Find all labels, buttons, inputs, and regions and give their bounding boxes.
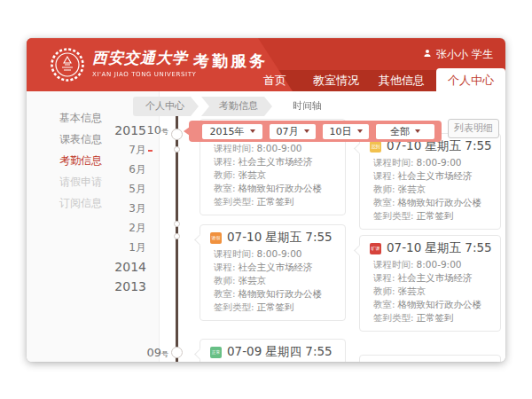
field-value: 8:00-9:00 xyxy=(257,143,302,153)
month-nav-2013[interactable]: 2013 xyxy=(113,277,146,296)
field-label: 教师: xyxy=(373,184,395,194)
field-value: 8:00-9:00 xyxy=(417,157,462,168)
sidebar-item-schedule-info[interactable]: 课表信息 xyxy=(27,129,124,150)
field-label: 课程: xyxy=(214,156,236,167)
breadcrumb-timeline[interactable]: 时间轴 xyxy=(275,97,336,116)
month-nav-2015[interactable]: 2015 xyxy=(113,121,146,140)
field-label: 课程: xyxy=(373,170,395,181)
attendance-card[interactable]: 旷课 07-10 星期五 7:55 课程时间:8:00-9:00 课程:社会主义… xyxy=(359,235,501,332)
attendance-date: 07-09 星期四 7:55 xyxy=(227,344,332,360)
field-label: 课程时间: xyxy=(373,157,414,168)
field-label: 签到类型: xyxy=(214,301,254,312)
chevron-down-icon xyxy=(357,129,363,133)
timeline-node-small[interactable] xyxy=(174,221,180,227)
field-label: 教室: xyxy=(373,299,395,309)
status-normal-icon: 正常 xyxy=(210,347,222,358)
field-value: 张芸京 xyxy=(398,184,426,194)
attendance-card[interactable]: 迟到 07-10 星期五 7:55 课程时间:8:00-9:00 课程:社会主义… xyxy=(359,133,501,230)
breadcrumb: 个人中心 考勤信息 时间轴 xyxy=(133,97,336,116)
field-label: 教室: xyxy=(214,183,236,193)
attendance-card[interactable]: 正常 07-09 星期四 7:55 课程时间:8:00-9:00 课程:社会主义… xyxy=(200,339,346,362)
month-nav-2014[interactable]: 2014 xyxy=(113,257,146,277)
app-window: 西安交通大学 XI'AN JIAO TONG UNIVERSITY 考勤服务 张… xyxy=(27,38,505,362)
sidebar-item-subscription-info[interactable]: 订阅信息 xyxy=(27,192,124,214)
month-nav-january[interactable]: 1月 xyxy=(113,238,146,257)
field-label: 签到类型: xyxy=(373,210,414,221)
field-value: 社会主义市场经济 xyxy=(398,272,473,283)
chevron-down-icon xyxy=(304,129,309,133)
month-nav-july[interactable]: 7月 xyxy=(113,140,146,160)
field-value: 社会主义市场经济 xyxy=(239,262,313,272)
user-icon xyxy=(422,48,433,61)
attendance-card-header: 正常 07-09 星期四 7:55 xyxy=(210,345,335,359)
field-value: 格物致知行政办公楼 xyxy=(239,183,323,193)
day-dropdown[interactable]: 10日 xyxy=(323,124,369,139)
field-label: 课程: xyxy=(214,262,236,272)
field-value: 8:00-9:00 xyxy=(257,248,302,259)
timeline-node-large[interactable] xyxy=(171,347,183,358)
timeline-node-large[interactable] xyxy=(171,129,183,140)
type-dropdown[interactable]: 全部 xyxy=(376,124,434,139)
timeline-node-small[interactable] xyxy=(174,233,180,239)
chevron-down-icon xyxy=(250,129,255,133)
status-absent-icon: 旷课 xyxy=(370,243,381,254)
day-label-09: 09号 xyxy=(131,347,168,361)
field-label: 课程时间: xyxy=(214,143,254,153)
field-value: 正常签到 xyxy=(257,301,294,312)
attendance-card[interactable]: 请假 07-10 星期五 7:55 课程时间:8:00-9:00 课程:社会主义… xyxy=(200,224,346,321)
sidebar-item-leave-request[interactable]: 请假申请 xyxy=(27,171,124,192)
field-value: 正常签到 xyxy=(257,196,294,207)
field-value: 社会主义市场经济 xyxy=(239,156,313,167)
month-nav-june[interactable]: 6月 xyxy=(113,160,146,179)
user-role: 学生 xyxy=(472,47,493,62)
field-value: 社会主义市场经济 xyxy=(398,170,473,181)
attendance-date: 07-10 星期五 7:55 xyxy=(227,230,332,246)
attendance-card-header: 旷课 07-10 星期五 7:55 xyxy=(370,241,490,255)
field-value: 8:00-9:00 xyxy=(417,259,462,270)
status-late-icon: 迟到 xyxy=(370,141,381,153)
breadcrumb-attendance-info[interactable]: 考勤信息 xyxy=(201,97,272,116)
month-dropdown[interactable]: 07月 xyxy=(270,124,316,139)
field-label: 教师: xyxy=(373,286,395,296)
attendance-card-partial[interactable] xyxy=(359,355,501,362)
month-nav-february[interactable]: 2月 xyxy=(113,218,146,238)
timeline-node-small[interactable] xyxy=(174,146,180,153)
field-label: 签到类型: xyxy=(214,196,254,207)
field-label: 教师: xyxy=(214,275,236,286)
field-value: 正常签到 xyxy=(417,210,454,221)
nav-item-home[interactable]: 首页 xyxy=(263,70,286,91)
field-label: 教室: xyxy=(214,288,236,299)
user-info[interactable]: 张小小 学生 xyxy=(422,47,493,62)
filter-bubble: 2015年 07月 10日 全部 xyxy=(189,121,442,142)
nav-tab-personal-center[interactable]: 个人中心 xyxy=(436,68,505,91)
sidebar-item-attendance-info[interactable]: 考勤信息 xyxy=(27,150,124,171)
breadcrumb-personal-center[interactable]: 个人中心 xyxy=(133,97,199,116)
active-month-marker xyxy=(148,150,153,152)
field-value: 正常签到 xyxy=(417,312,454,323)
field-label: 教室: xyxy=(373,197,395,207)
attendance-card-header: 请假 07-10 星期五 7:55 xyxy=(210,231,335,245)
year-dropdown[interactable]: 2015年 xyxy=(202,124,262,139)
content-area: 基本信息 课表信息 考勤信息 请假申请 订阅信息 个人中心 考勤信息 时间轴 2… xyxy=(27,91,505,362)
status-leave-icon: 请假 xyxy=(210,232,222,244)
field-value: 张芸京 xyxy=(239,169,267,180)
user-name: 张小小 xyxy=(436,47,468,62)
nav-item-other-info[interactable]: 其他信息 xyxy=(379,70,425,91)
field-value: 格物致知行政办公楼 xyxy=(398,197,482,207)
top-nav: 首页 教室情况 其他信息 个人中心 xyxy=(27,68,505,91)
field-value: 格物致知行政办公楼 xyxy=(239,288,323,299)
month-nav-may[interactable]: 5月 xyxy=(113,179,146,199)
nav-item-classrooms[interactable]: 教室情况 xyxy=(313,70,359,91)
field-label: 课程时间: xyxy=(214,248,254,259)
chevron-down-icon xyxy=(415,129,420,133)
attendance-date: 07-10 星期五 7:55 xyxy=(387,240,492,256)
field-label: 签到类型: xyxy=(373,312,414,323)
field-label: 课程时间: xyxy=(373,259,414,270)
sidebar-item-basic-info[interactable]: 基本信息 xyxy=(27,107,124,129)
field-label: 教师: xyxy=(214,169,236,180)
sidebar-menu: 基本信息 课表信息 考勤信息 请假申请 订阅信息 xyxy=(27,107,124,214)
list-detail-button[interactable]: 列表明细 xyxy=(448,119,499,138)
field-value: 张芸京 xyxy=(398,286,426,296)
month-nav-march[interactable]: 3月 xyxy=(113,199,146,218)
field-label: 课程: xyxy=(373,272,395,283)
